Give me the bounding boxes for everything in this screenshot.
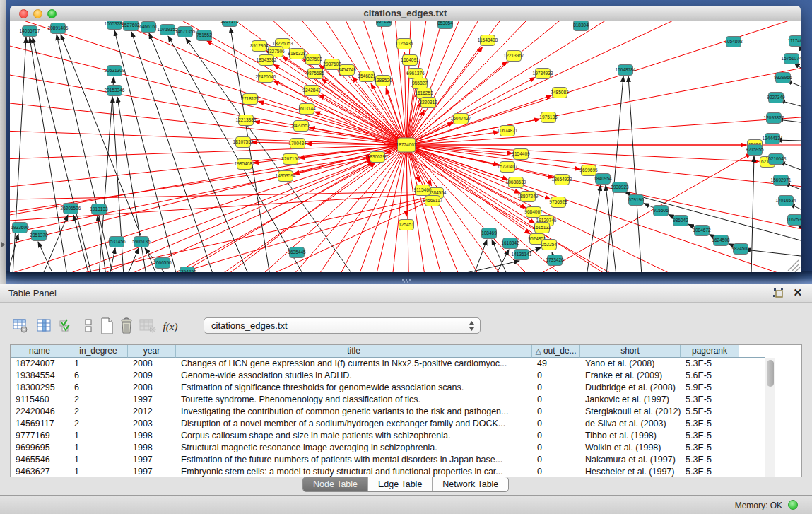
graph-node[interactable]: 12213967 <box>504 51 524 62</box>
graph-node[interactable]: 1700434 <box>288 139 307 149</box>
import-table-icon[interactable] <box>139 317 157 336</box>
graph-node[interactable]: 9824502 <box>731 244 750 255</box>
graph-node[interactable]: 10674871 <box>498 126 518 136</box>
column-header-in_degree[interactable]: in_degree <box>69 345 128 358</box>
tab-network-table[interactable]: Network Table <box>433 477 508 491</box>
graph-node[interactable]: 6961376 <box>406 69 425 79</box>
graph-node[interactable]: 955827 <box>412 78 428 89</box>
column-header-title[interactable]: title <box>176 345 532 358</box>
graph-node[interactable]: 1388520 <box>374 76 392 86</box>
graph-node[interactable]: 1933600 <box>11 223 29 233</box>
graph-node[interactable]: 9329966 <box>774 73 792 83</box>
graph-node[interactable]: 1664091 <box>401 55 419 66</box>
graph-node[interactable]: 12444134 <box>763 134 783 144</box>
graph-node[interactable]: 18807249 <box>518 192 539 202</box>
graph-node[interactable]: 2066550 <box>153 258 172 269</box>
graph-node[interactable]: 853054 <box>437 21 453 29</box>
table-row[interactable]: 1456911722003Disruption of a novel membe… <box>11 418 739 430</box>
graph-node[interactable]: 1054808 <box>724 37 743 47</box>
panel-splitter-grip[interactable] <box>401 279 411 284</box>
graph-node[interactable]: 2718126 <box>241 94 259 105</box>
graph-node[interactable]: 1117404 <box>788 36 801 47</box>
graph-node[interactable]: 14353594 <box>276 171 296 182</box>
select-all-icon[interactable] <box>57 317 75 336</box>
graph-node[interactable]: 986042 <box>673 216 688 226</box>
scrollbar-thumb[interactable] <box>767 360 774 387</box>
graph-node[interactable]: 18300295 <box>367 152 388 163</box>
table-row[interactable]: 946554611997Estimation of the future num… <box>11 454 739 466</box>
new-table-icon[interactable] <box>98 317 116 336</box>
graph-node[interactable]: 125451 <box>399 220 414 230</box>
column-header-out_de[interactable]: △out_de... <box>532 345 580 358</box>
graph-node[interactable]: 818304 <box>573 21 589 31</box>
graph-node[interactable]: 9227349 <box>767 93 785 103</box>
graph-node[interactable]: 12093822 <box>764 113 784 124</box>
canvas-resize-grip[interactable] <box>788 260 800 272</box>
graph-node[interactable]: 1167534 <box>787 215 801 226</box>
network-canvas[interactable]: 1872400789129541822605393275061854338281… <box>10 21 801 272</box>
graph-node[interactable]: 14136141 <box>512 250 532 260</box>
graph-node[interactable]: 108469 <box>481 228 497 239</box>
graph-node[interactable]: 1635445 <box>288 247 306 258</box>
graph-node[interactable]: 1975135 <box>539 112 558 123</box>
close-panel-icon[interactable]: ✕ <box>793 286 802 299</box>
graph-node[interactable]: 8427552 <box>292 121 310 132</box>
graph-node[interactable]: 1840954 <box>594 174 612 185</box>
graph-node[interactable]: 9242843 <box>302 86 321 96</box>
graph-node[interactable]: 6466161 <box>139 22 158 33</box>
graph-node[interactable]: 15692971 <box>771 175 792 186</box>
graph-node[interactable]: 14055717 <box>20 26 40 37</box>
graph-node[interactable]: 1913133 <box>90 204 108 215</box>
graph-node[interactable]: 252254 <box>541 240 557 250</box>
table-selector-dropdown[interactable]: citations_edges.txt <box>204 317 481 334</box>
graph-node[interactable]: 15751074 <box>782 54 801 64</box>
column-header-year[interactable]: year <box>128 345 176 358</box>
graph-node[interactable]: 1897175 <box>220 21 239 27</box>
graph-node[interactable]: 679190 <box>628 195 644 206</box>
column-header-name[interactable]: name <box>11 345 69 358</box>
table-settings-icon[interactable] <box>11 317 30 336</box>
graph-node[interactable]: 9699695 <box>579 165 598 176</box>
graph-node[interactable]: 9154409 <box>512 149 530 160</box>
graph-node[interactable]: 16047427 <box>451 114 471 124</box>
graph-node[interactable]: 8186328 <box>288 49 306 59</box>
row-height-icon[interactable] <box>79 317 98 336</box>
graph-node[interactable]: 1733426 <box>546 255 564 266</box>
graph-node[interactable]: 15720407 <box>498 162 518 173</box>
column-header-pagerank[interactable]: pagerank <box>681 345 739 358</box>
table-row[interactable]: 1830029562008Estimation of significance … <box>11 382 739 394</box>
network-window-titlebar[interactable]: citations_edges.txt <box>10 6 801 21</box>
delete-table-icon[interactable] <box>117 317 136 336</box>
graph-node[interactable]: 17016534 <box>776 196 796 206</box>
graph-node[interactable]: 26206506 <box>61 204 81 214</box>
graph-node[interactable]: 20153346 <box>105 86 125 96</box>
graph-node[interactable]: 20891406 <box>48 23 69 34</box>
table-row[interactable]: 969969511998Structural magnetic resonanc… <box>11 442 739 454</box>
graph-node[interactable]: 1615132 <box>533 223 551 233</box>
column-header-short[interactable]: short <box>580 345 681 358</box>
graph-node[interactable]: 7485083 <box>551 88 569 98</box>
table-row[interactable]: 1938455462009Genome-wide association stu… <box>11 370 739 382</box>
graph-node[interactable]: 22420046 <box>256 72 276 83</box>
graph-node[interactable]: 14671355 <box>175 27 196 37</box>
graph-node[interactable]: 1531456 <box>107 237 126 247</box>
graph-node[interactable]: 8938923 <box>611 182 629 193</box>
graph-node[interactable]: 9327503 <box>304 54 322 65</box>
graph-node[interactable]: 1527602 <box>122 21 140 31</box>
graph-node[interactable]: 1618842 <box>501 238 519 249</box>
graph-node[interactable]: 19734933 <box>533 69 553 79</box>
graph-node[interactable]: 8912954 <box>250 41 269 52</box>
graph-node[interactable]: 8267150 <box>281 154 300 165</box>
graph-node[interactable]: 16648784 <box>616 65 636 76</box>
graph-node[interactable]: 7354450 <box>178 267 196 273</box>
graph-node-hub[interactable]: 18724007 <box>396 138 417 152</box>
graph-node[interactable]: 2351370 <box>30 230 48 241</box>
graph-node[interactable]: 1125436 <box>396 39 413 49</box>
graph-node[interactable]: 11548408 <box>478 35 498 46</box>
column-visibility-icon[interactable] <box>35 317 54 336</box>
graph-node[interactable]: 14569117 <box>423 196 443 206</box>
collapsed-control-panel-strip[interactable] <box>0 0 6 284</box>
tab-edge-table[interactable]: Edge Table <box>368 477 433 491</box>
table-row[interactable]: 2242004622012Investigating the contribut… <box>11 406 739 418</box>
graph-node[interactable]: 8215955 <box>746 145 764 156</box>
